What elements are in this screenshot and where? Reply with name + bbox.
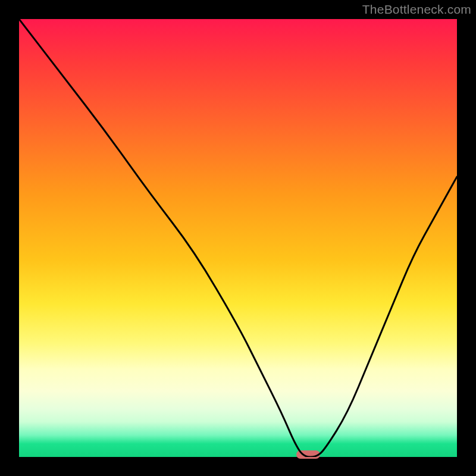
curve-path <box>19 19 457 457</box>
plot-area <box>19 19 457 457</box>
bottleneck-curve <box>19 19 457 457</box>
watermark-text: TheBottleneck.com <box>362 2 471 17</box>
